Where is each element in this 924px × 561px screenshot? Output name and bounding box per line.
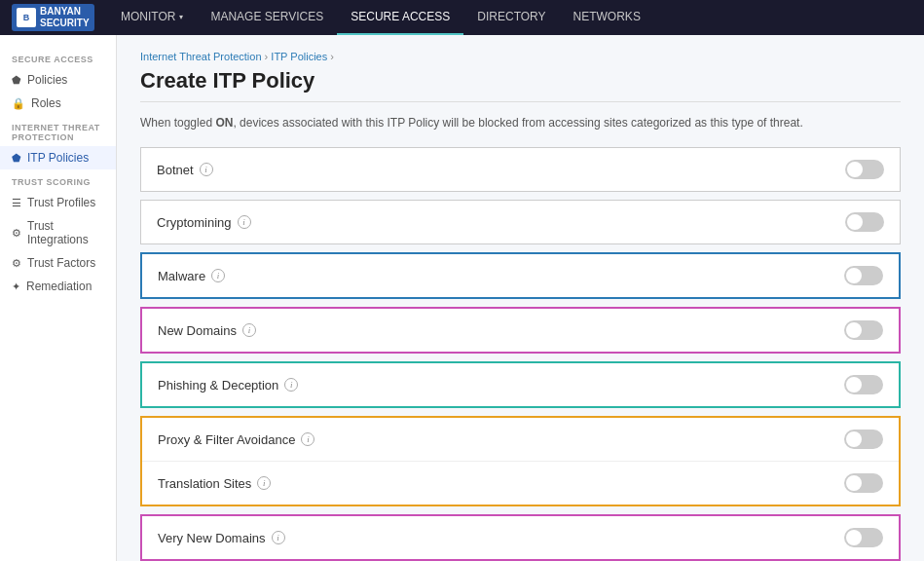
new-domains-toggle[interactable] xyxy=(844,320,883,340)
new-domains-info-icon[interactable]: i xyxy=(242,323,256,337)
orange-group: Proxy & Filter Avoidance i Translation S… xyxy=(140,416,901,506)
main-content: Internet Threat Protection › ITP Policie… xyxy=(117,35,924,561)
nav-directory[interactable]: DIRECTORY xyxy=(463,0,559,35)
trust-integrations-icon: ⚙ xyxy=(12,227,21,240)
breadcrumb: Internet Threat Protection › ITP Policie… xyxy=(140,51,901,62)
policy-row-translation: Translation Sites i xyxy=(142,462,899,505)
nav-networks[interactable]: NETWORKS xyxy=(560,0,654,35)
proxy-filter-info-icon[interactable]: i xyxy=(301,432,314,446)
policies-icon: ⬟ xyxy=(12,74,21,87)
sidebar-item-trust-profiles[interactable]: ☰ Trust Profiles xyxy=(0,191,116,214)
trust-factors-icon: ⚙ xyxy=(12,257,21,270)
logo-area: B BANYAN SECURITY xyxy=(0,0,107,35)
sidebar: SECURE ACCESS ⬟ Policies 🔒 Roles INTERNE… xyxy=(0,35,117,561)
phishing-slider xyxy=(844,375,883,394)
translation-info-icon[interactable]: i xyxy=(257,476,271,490)
policy-row-botnet: Botnet i xyxy=(140,147,901,192)
cryptomining-info-icon[interactable]: i xyxy=(238,215,251,229)
malware-info-icon[interactable]: i xyxy=(211,269,225,282)
monitor-arrow-icon: ▾ xyxy=(179,13,183,21)
breadcrumb-itp[interactable]: Internet Threat Protection xyxy=(140,51,262,62)
new-domains-slider xyxy=(844,320,883,340)
page-description: When toggled ON, devices associated with… xyxy=(140,114,901,131)
sidebar-item-trust-factors[interactable]: ⚙ Trust Factors xyxy=(0,251,116,275)
malware-label: Malware xyxy=(158,269,205,283)
new-domains-label: New Domains xyxy=(158,323,237,338)
sidebar-item-trust-integrations[interactable]: ⚙ Trust Integrations xyxy=(0,214,116,251)
logo-box: B BANYAN SECURITY xyxy=(12,4,94,31)
sidebar-item-policies[interactable]: ⬟ Policies xyxy=(0,68,116,92)
phishing-toggle[interactable] xyxy=(844,375,883,394)
policy-row-cryptomining: Cryptomining i xyxy=(140,200,901,244)
policy-row-very-new-domains: Very New Domains i xyxy=(140,514,901,561)
cryptomining-toggle[interactable] xyxy=(845,212,884,232)
very-new-domains-label: Very New Domains xyxy=(158,531,266,545)
botnet-slider xyxy=(845,160,884,179)
nav-secure-access[interactable]: SECURE ACCESS xyxy=(337,0,463,35)
very-new-domains-toggle[interactable] xyxy=(844,528,883,547)
itp-policies-icon: ⬟ xyxy=(12,152,21,165)
policy-row-proxy-filter: Proxy & Filter Avoidance i xyxy=(142,418,899,462)
botnet-label: Botnet xyxy=(157,163,194,177)
nav-monitor[interactable]: MONITOR ▾ xyxy=(107,0,197,35)
title-divider xyxy=(140,101,901,102)
policy-row-malware: Malware i xyxy=(140,252,901,299)
cryptomining-label: Cryptomining xyxy=(157,215,232,230)
breadcrumb-policies[interactable]: ITP Policies xyxy=(271,51,327,62)
policy-row-new-domains: New Domains i xyxy=(140,307,901,354)
top-nav: B BANYAN SECURITY MONITOR ▾ MANAGE SERVI… xyxy=(0,0,924,35)
logo-text: BANYAN SECURITY xyxy=(40,6,90,29)
roles-icon: 🔒 xyxy=(12,97,25,110)
page-title: Create ITP Policy xyxy=(140,68,901,94)
malware-slider xyxy=(844,266,883,285)
nav-manage-services[interactable]: MANAGE SERVICES xyxy=(197,0,337,35)
remediation-icon: ✦ xyxy=(12,280,20,293)
policy-row-phishing: Phishing & Deception i xyxy=(140,361,901,408)
sidebar-item-roles[interactable]: 🔒 Roles xyxy=(0,92,116,115)
sidebar-section-secure-access: SECURE ACCESS xyxy=(0,47,116,68)
translation-slider xyxy=(844,473,883,493)
very-new-domains-info-icon[interactable]: i xyxy=(272,531,285,544)
phishing-info-icon[interactable]: i xyxy=(284,378,298,392)
trust-profiles-icon: ☰ xyxy=(12,197,21,209)
sidebar-section-itp: INTERNET THREAT PROTECTION xyxy=(0,115,116,146)
phishing-label: Phishing & Deception xyxy=(158,378,278,393)
nav-items: MONITOR ▾ MANAGE SERVICES SECURE ACCESS … xyxy=(107,0,654,35)
cryptomining-slider xyxy=(845,212,884,232)
botnet-info-icon[interactable]: i xyxy=(200,163,213,176)
sidebar-item-remediation[interactable]: ✦ Remediation xyxy=(0,275,116,298)
very-new-domains-slider xyxy=(844,528,883,547)
sidebar-item-itp-policies[interactable]: ⬟ ITP Policies xyxy=(0,146,116,169)
translation-toggle[interactable] xyxy=(844,473,883,493)
proxy-filter-label: Proxy & Filter Avoidance xyxy=(158,432,295,447)
translation-label: Translation Sites xyxy=(158,476,251,491)
sidebar-section-trust: TRUST SCORING xyxy=(0,169,116,191)
proxy-filter-toggle[interactable] xyxy=(844,430,883,449)
malware-toggle[interactable] xyxy=(844,266,883,285)
proxy-filter-slider xyxy=(844,430,883,449)
layout: SECURE ACCESS ⬟ Policies 🔒 Roles INTERNE… xyxy=(0,35,924,561)
botnet-toggle[interactable] xyxy=(845,160,884,179)
